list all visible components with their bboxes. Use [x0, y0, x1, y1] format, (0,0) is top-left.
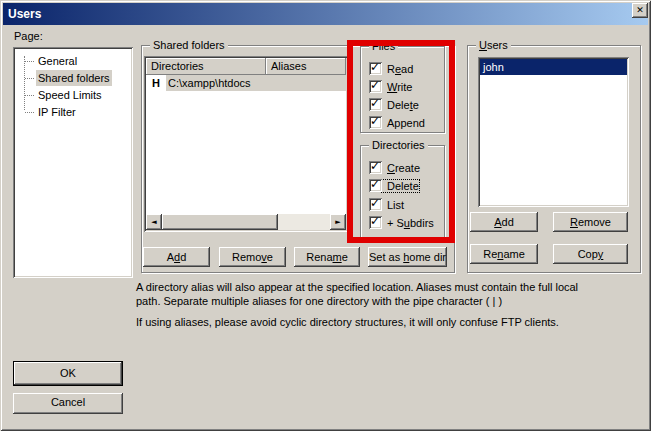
- read-label: Read: [382, 63, 413, 75]
- scroll-right-button[interactable]: ►: [330, 214, 346, 230]
- create-checkbox[interactable]: ✓: [369, 161, 382, 174]
- page-item-ip-filter[interactable]: IP Filter: [15, 104, 131, 121]
- page-label: Page:: [14, 30, 43, 42]
- check-icon: ✓: [370, 159, 380, 174]
- check-icon: ✓: [370, 214, 380, 229]
- dirs-delete-row: ✓ Delete: [369, 178, 419, 193]
- users-group: Users john: [467, 45, 641, 273]
- files-delete-row: ✓ Delete: [369, 97, 419, 112]
- page-tree: General Shared folders Speed Limits IP F…: [13, 47, 133, 278]
- files-append-row: ✓ Append: [369, 115, 425, 130]
- home-marker: H: [146, 75, 166, 91]
- directories-group-label: Directories: [369, 138, 428, 152]
- delete-label: Delete: [382, 99, 419, 111]
- folder-add-button[interactable]: Add: [143, 247, 210, 267]
- user-add-button[interactable]: Add: [470, 212, 538, 232]
- files-write-row: ✓ Write: [369, 79, 412, 94]
- page-item-general[interactable]: General: [15, 53, 131, 70]
- set-as-home-dir-button[interactable]: Set as home dir: [368, 247, 447, 267]
- folder-rename-button[interactable]: Rename: [294, 247, 360, 267]
- dirs-list-row: ✓ List: [369, 197, 404, 212]
- subdirs-label: + Subdirs: [382, 217, 434, 229]
- folder-remove-button[interactable]: Remove: [219, 247, 286, 267]
- scroll-right-icon: ►: [335, 218, 340, 226]
- shared-folders-list[interactable]: Directories Aliases H C:\xampp\htdocs ◄ …: [144, 56, 348, 232]
- write-label: Write: [382, 81, 412, 93]
- check-icon: ✓: [370, 96, 380, 111]
- page-item-shared-folders[interactable]: Shared folders: [15, 70, 131, 87]
- close-icon: ✕: [636, 5, 644, 15]
- user-item-john[interactable]: john: [480, 59, 627, 75]
- check-icon: ✓: [370, 177, 380, 192]
- scroll-left-icon: ◄: [151, 218, 156, 226]
- scroll-left-button[interactable]: ◄: [146, 214, 162, 230]
- column-header-aliases[interactable]: Aliases: [266, 58, 346, 75]
- cyclic-note: If using aliases, please avoid cyclic di…: [136, 315, 651, 329]
- user-remove-button[interactable]: Remove: [553, 212, 628, 232]
- title-bar[interactable]: Users: [3, 3, 648, 25]
- close-button[interactable]: ✕: [632, 3, 648, 18]
- directory-path: C:\xampp\htdocs: [166, 75, 346, 91]
- list-label: List: [382, 199, 404, 211]
- dir-delete-label: Delete: [382, 180, 419, 192]
- files-permissions-group: Files ✓ Read ✓ Write ✓ Delete ✓ Append: [360, 46, 445, 133]
- users-dialog: Users ✕ Page: General Shared folders Spe…: [0, 0, 651, 431]
- scrollbar-thumb[interactable]: [162, 214, 278, 230]
- append-checkbox[interactable]: ✓: [369, 116, 382, 129]
- alias-note: A directory alias will also appear at th…: [136, 280, 651, 308]
- files-read-row: ✓ Read: [369, 61, 413, 76]
- dirs-subdirs-row: ✓ + Subdirs: [369, 215, 434, 230]
- cancel-button[interactable]: Cancel: [13, 393, 123, 414]
- read-checkbox[interactable]: ✓: [369, 62, 382, 75]
- delete-checkbox[interactable]: ✓: [369, 98, 382, 111]
- window-title: Users: [3, 7, 41, 21]
- page-tree-inner: General Shared folders Speed Limits IP F…: [15, 49, 131, 276]
- write-checkbox[interactable]: ✓: [369, 80, 382, 93]
- subdirs-checkbox[interactable]: ✓: [369, 216, 382, 229]
- users-group-label: Users: [476, 38, 511, 52]
- append-label: Append: [382, 117, 425, 129]
- ok-button[interactable]: OK: [13, 361, 123, 386]
- user-copy-button[interactable]: Copy: [553, 244, 628, 264]
- shared-folders-group-label: Shared folders: [150, 38, 228, 52]
- horizontal-scrollbar[interactable]: ◄ ►: [146, 214, 346, 230]
- list-checkbox[interactable]: ✓: [369, 198, 382, 211]
- check-icon: ✓: [370, 60, 380, 75]
- dir-delete-checkbox[interactable]: ✓: [369, 179, 382, 192]
- files-group-label: Files: [369, 39, 398, 53]
- create-label: Create: [382, 162, 420, 174]
- users-list[interactable]: john: [478, 57, 629, 207]
- user-rename-button[interactable]: Rename: [470, 244, 538, 264]
- check-icon: ✓: [370, 78, 380, 93]
- column-header-directories[interactable]: Directories: [146, 58, 266, 75]
- page-item-speed-limits[interactable]: Speed Limits: [15, 87, 131, 104]
- check-icon: ✓: [370, 196, 380, 211]
- shared-folder-row[interactable]: H C:\xampp\htdocs: [146, 75, 346, 91]
- dirs-create-row: ✓ Create: [369, 160, 420, 175]
- check-icon: ✓: [370, 114, 380, 129]
- directories-permissions-group: Directories ✓ Create ✓ Delete ✓ List ✓ +…: [360, 145, 445, 238]
